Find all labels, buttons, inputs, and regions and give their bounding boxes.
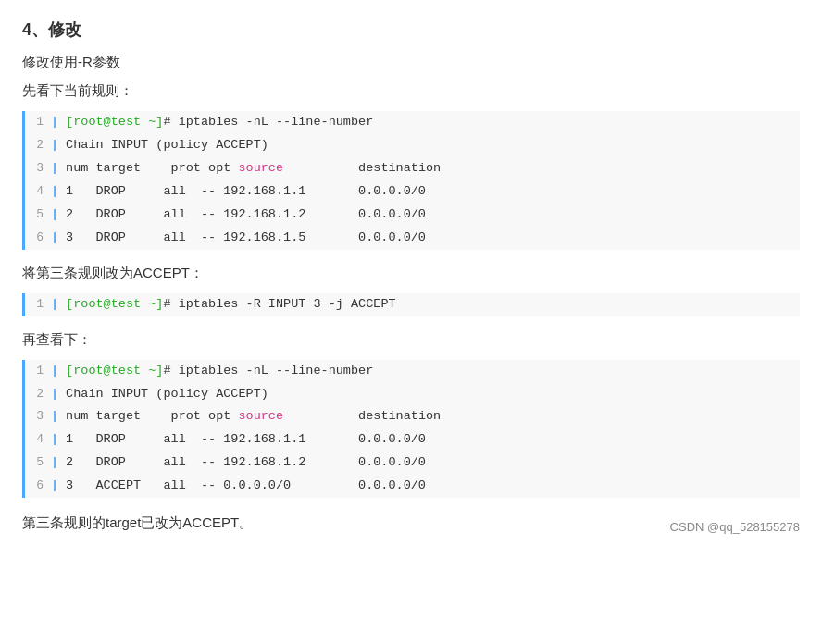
line-number: 2 xyxy=(25,135,51,155)
line-number: 3 xyxy=(25,158,51,179)
line-content: 2 DROP all -- 192.168.1.2 0.0.0.0/0 xyxy=(66,452,426,474)
line-separator: | xyxy=(51,112,66,133)
line-number: 4 xyxy=(25,429,51,450)
code-block-2: 1|[root@test ~]# iptables -R INPUT 3 -j … xyxy=(22,293,800,316)
code-line: 2|Chain INPUT (policy ACCEPT) xyxy=(25,134,800,157)
line-content: 1 DROP all -- 192.168.1.1 0.0.0.0/0 xyxy=(66,429,426,451)
line-separator: | xyxy=(51,384,66,405)
line-number: 1 xyxy=(25,294,51,315)
line-separator: | xyxy=(51,476,66,497)
line-separator: | xyxy=(51,181,66,203)
intro-paragraph-1: 修改使用-R参数 xyxy=(22,54,800,71)
code-line: 1|[root@test ~]# iptables -nL --line-num… xyxy=(25,111,800,134)
line-content: Chain INPUT (policy ACCEPT) xyxy=(66,135,268,156)
line-separator: | xyxy=(51,135,66,156)
line-content: [root@test ~]# iptables -nL --line-numbe… xyxy=(66,361,373,382)
intro-paragraph-3: 将第三条规则改为ACCEPT： xyxy=(22,265,800,282)
line-content: [root@test ~]# iptables -R INPUT 3 -j AC… xyxy=(66,294,395,316)
line-separator: | xyxy=(51,294,66,316)
intro-paragraph-4: 再查看下： xyxy=(22,331,800,349)
line-number: 2 xyxy=(25,384,51,404)
line-number: 5 xyxy=(25,204,51,225)
line-separator: | xyxy=(51,406,66,427)
line-separator: | xyxy=(51,158,66,180)
code-line: 6|3 ACCEPT all -- 0.0.0.0/0 0.0.0.0/0 xyxy=(25,475,800,498)
line-number: 6 xyxy=(25,228,51,248)
code-line: 5|2 DROP all -- 192.168.1.2 0.0.0.0/0 xyxy=(25,204,800,227)
line-separator: | xyxy=(51,361,66,382)
code-block-3: 1|[root@test ~]# iptables -nL --line-num… xyxy=(22,360,800,499)
line-content: Chain INPUT (policy ACCEPT) xyxy=(66,384,268,405)
line-separator: | xyxy=(51,429,66,451)
line-separator: | xyxy=(51,228,66,249)
code-line: 4|1 DROP all -- 192.168.1.1 0.0.0.0/0 xyxy=(25,428,800,452)
code-line: 3|num target prot opt source destination xyxy=(25,157,800,180)
line-content: 1 DROP all -- 192.168.1.1 0.0.0.0/0 xyxy=(66,181,426,203)
code-line: 2|Chain INPUT (policy ACCEPT) xyxy=(25,383,800,406)
line-content: 3 ACCEPT all -- 0.0.0.0/0 0.0.0.0/0 xyxy=(66,476,426,497)
line-number: 3 xyxy=(25,406,51,427)
line-number: 6 xyxy=(25,476,51,496)
line-number: 4 xyxy=(25,181,51,202)
code-line: 6|3 DROP all -- 192.168.1.5 0.0.0.0/0 xyxy=(25,227,800,250)
intro-paragraph-2: 先看下当前规则： xyxy=(22,82,800,100)
line-content: 3 DROP all -- 192.168.1.5 0.0.0.0/0 xyxy=(66,228,426,249)
line-content: [root@test ~]# iptables -nL --line-numbe… xyxy=(66,112,373,133)
line-content: 2 DROP all -- 192.168.1.2 0.0.0.0/0 xyxy=(66,204,426,226)
line-number: 5 xyxy=(25,452,51,473)
code-block-1: 1|[root@test ~]# iptables -nL --line-num… xyxy=(22,111,800,250)
line-separator: | xyxy=(51,204,66,226)
code-line: 5|2 DROP all -- 192.168.1.2 0.0.0.0/0 xyxy=(25,452,800,475)
line-separator: | xyxy=(51,452,66,474)
line-content: num target prot opt source destination xyxy=(66,158,441,180)
line-content: num target prot opt source destination xyxy=(66,406,441,427)
code-line: 3|num target prot opt source destination xyxy=(25,405,800,428)
line-number: 1 xyxy=(25,112,51,132)
line-number: 1 xyxy=(25,361,51,381)
code-line: 4|1 DROP all -- 192.168.1.1 0.0.0.0/0 xyxy=(25,180,800,204)
code-line: 1|[root@test ~]# iptables -nL --line-num… xyxy=(25,360,800,383)
footer-note: CSDN @qq_528155278 xyxy=(670,520,800,534)
conclusion-text: 第三条规则的target已改为ACCEPT。 xyxy=(22,514,253,532)
code-line: 1|[root@test ~]# iptables -R INPUT 3 -j … xyxy=(25,293,800,316)
section-title: 4、修改 xyxy=(22,19,800,41)
